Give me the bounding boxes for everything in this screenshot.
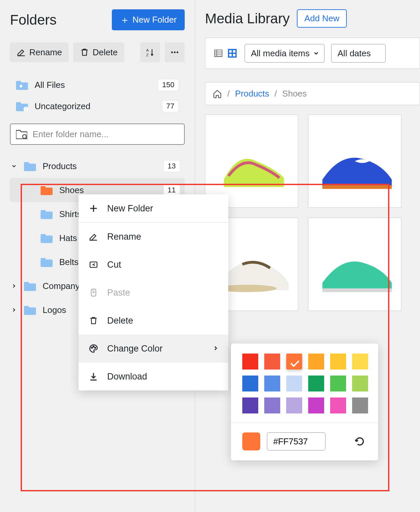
svg-point-3: [174, 51, 175, 53]
list-view-button[interactable]: [213, 48, 224, 59]
more-options-button[interactable]: [165, 42, 185, 62]
filter-type-select[interactable]: All media items: [245, 44, 324, 63]
tree-row-products[interactable]: Products 13: [10, 154, 185, 178]
svg-point-2: [171, 51, 173, 53]
color-swatch[interactable]: [242, 397, 258, 413]
ctx-cut[interactable]: Cut: [79, 251, 228, 279]
color-swatch[interactable]: [352, 376, 368, 391]
new-folder-button[interactable]: ＋ New Folder: [112, 9, 185, 30]
color-picker: [231, 344, 378, 460]
ctx-label: New Folder: [107, 203, 153, 214]
all-files-item[interactable]: All Files 150: [10, 74, 185, 96]
trash-icon: [88, 315, 99, 326]
svg-point-18: [93, 346, 94, 347]
ctx-label: Change Color: [107, 344, 163, 354]
ctx-download[interactable]: Download: [79, 363, 228, 390]
tree-label: Products: [43, 161, 77, 171]
sort-az-icon: AZ: [145, 48, 155, 57]
ctx-rename[interactable]: Rename: [79, 223, 228, 251]
folder-search-input[interactable]: [10, 124, 185, 145]
all-files-label: All Files: [35, 80, 65, 90]
filter-date-value: All dates: [337, 48, 371, 59]
hex-input[interactable]: [267, 432, 325, 450]
pencil-icon: [17, 48, 26, 57]
chevron-down-icon[interactable]: [10, 163, 18, 169]
paste-icon: [88, 287, 99, 298]
tree-label: Shirts: [59, 209, 81, 219]
uncategorized-item[interactable]: ! Uncategorized 77: [10, 96, 185, 117]
color-swatch[interactable]: [330, 354, 346, 370]
grid-view-button[interactable]: [227, 48, 238, 59]
svg-point-19: [95, 347, 96, 348]
filter-date-select[interactable]: All dates: [331, 44, 386, 63]
chevron-right-icon[interactable]: [10, 283, 18, 289]
tree-label: Logos: [43, 305, 66, 315]
pencil-icon: [88, 231, 99, 242]
svg-point-17: [91, 347, 92, 348]
ctx-new-folder[interactable]: New Folder: [79, 194, 228, 222]
reset-color-button[interactable]: [353, 434, 367, 448]
palette-icon: [88, 343, 99, 354]
media-grid: [205, 115, 420, 311]
media-item[interactable]: [308, 218, 401, 311]
color-swatch[interactable]: [242, 376, 258, 391]
media-item[interactable]: [205, 115, 298, 208]
delete-label: Delete: [93, 47, 117, 58]
dots-icon: [170, 48, 179, 57]
home-icon[interactable]: [213, 89, 222, 99]
svg-point-7: [23, 134, 26, 138]
color-swatch[interactable]: [264, 397, 280, 413]
color-swatch[interactable]: [330, 376, 346, 391]
breadcrumb: / Products / Shoes: [205, 82, 420, 105]
undo-icon: [354, 436, 365, 447]
ctx-label: Delete: [107, 316, 133, 326]
ctx-label: Paste: [107, 288, 130, 298]
add-new-button[interactable]: Add New: [297, 9, 347, 28]
ctx-label: Download: [107, 372, 147, 382]
color-preview: [242, 432, 260, 450]
breadcrumb-products-link[interactable]: Products: [235, 89, 269, 99]
sort-az-button[interactable]: AZ: [140, 42, 160, 62]
media-library-title: Media Library: [205, 11, 290, 27]
trash-icon: [80, 48, 89, 57]
folder-icon: [24, 281, 36, 291]
folder-alert-icon: !: [16, 101, 28, 111]
uncategorized-count: 77: [162, 100, 179, 112]
swatch-grid: [242, 354, 367, 413]
tree-label: Shoes: [59, 185, 84, 195]
media-item[interactable]: [308, 115, 401, 208]
folder-icon: [24, 161, 36, 171]
rename-button[interactable]: Rename: [10, 42, 69, 62]
color-swatch[interactable]: [308, 376, 324, 391]
color-swatch[interactable]: [286, 354, 302, 370]
folder-context-menu: New Folder Rename Cut Paste Delete Chang…: [79, 194, 228, 390]
new-folder-label: New Folder: [132, 15, 177, 25]
breadcrumb-sep: /: [275, 89, 277, 99]
color-swatch[interactable]: [352, 397, 368, 413]
breadcrumb-sep: /: [227, 89, 230, 99]
tree-label: Belts: [59, 257, 79, 267]
folder-search-icon: [16, 129, 27, 139]
color-swatch[interactable]: [286, 397, 302, 413]
ctx-delete[interactable]: Delete: [79, 307, 228, 335]
svg-text:!: !: [25, 107, 26, 112]
ctx-change-color[interactable]: Change Color: [79, 335, 228, 363]
rename-label: Rename: [29, 47, 62, 58]
download-icon: [88, 371, 99, 382]
chevron-right-icon[interactable]: [10, 307, 18, 313]
color-swatch[interactable]: [286, 376, 302, 391]
color-swatch[interactable]: [308, 397, 324, 413]
color-swatch[interactable]: [330, 397, 346, 413]
plus-icon: [88, 203, 99, 214]
folder-toolbar: Rename Delete AZ: [10, 42, 185, 62]
color-swatch[interactable]: [352, 354, 368, 370]
color-swatch[interactable]: [308, 354, 324, 370]
breadcrumb-current: Shoes: [282, 89, 307, 99]
ctx-paste: Paste: [79, 279, 228, 307]
color-swatch[interactable]: [264, 376, 280, 391]
folder-icon: [41, 233, 53, 243]
color-swatch[interactable]: [264, 354, 280, 370]
tree-label: Hats: [59, 233, 77, 243]
delete-button[interactable]: Delete: [73, 42, 124, 62]
color-swatch[interactable]: [242, 354, 258, 370]
